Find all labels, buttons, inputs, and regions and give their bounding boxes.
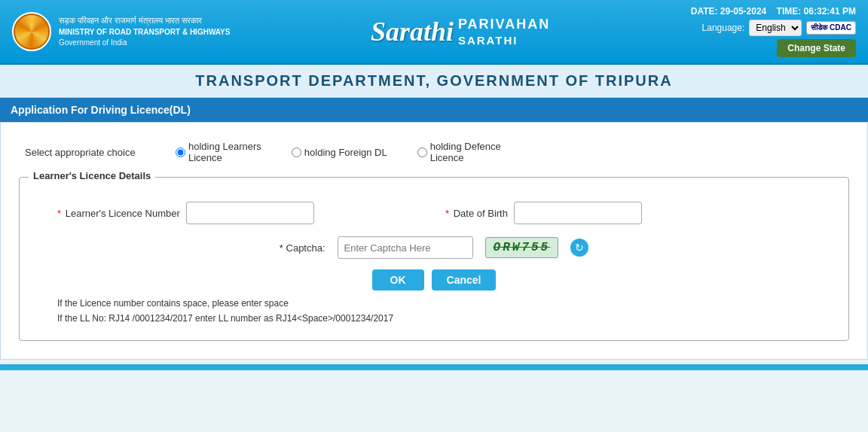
refresh-captcha-button[interactable]: ↻ — [570, 239, 588, 257]
info-text-2: If the LL No: RJ14 /0001234/2017 enter L… — [35, 313, 833, 324]
dept-title-bar: TRANSPORT DEPARTMENT, GOVERNMENT OF TRIP… — [0, 65, 868, 98]
radio-holding-ll-input[interactable] — [176, 148, 185, 157]
ministry-hindi: सड़क परिवहन और राजमार्ग मंत्रालय भारत सर… — [59, 15, 230, 26]
choice-label: Select appropriate choice — [25, 147, 145, 158]
radio-holding-defence-input[interactable] — [417, 148, 427, 157]
language-row: Language: English Hindi सीडेक CDAC — [702, 20, 856, 36]
ll-number-input[interactable] — [186, 202, 314, 224]
ministry-info: सड़क परिवहन और राजमार्ग मंत्रालय भारत सर… — [59, 15, 230, 47]
ll-required-star: * — [57, 208, 61, 219]
date-value: 29-05-2024 — [720, 6, 766, 17]
ll-number-group: * Learner's Licence Number — [57, 202, 423, 224]
ll-dob-row: * Learner's Licence Number * Date of Bir… — [35, 202, 833, 224]
dob-group: * Date of Birth — [445, 202, 811, 224]
govt-label: Government of India — [59, 38, 230, 48]
datetime-display: DATE: 29-05-2024 TIME: 06:32:41 PM — [691, 6, 856, 17]
captcha-row: * Captcha: ORW755 ↻ — [35, 236, 833, 259]
emblem-icon — [12, 12, 51, 51]
language-select[interactable]: English Hindi — [749, 20, 802, 36]
language-label: Language: — [702, 23, 745, 33]
radio-holding-fdl[interactable]: holding Foreign DL — [292, 147, 387, 158]
radio-holding-fdl-input[interactable] — [292, 148, 301, 157]
radio-holding-fdl-label: holding Foreign DL — [304, 147, 387, 158]
learners-licence-fieldset: Learner's Licence Details * Learner's Li… — [19, 177, 849, 341]
header-left: सड़क परिवहन और राजमार्ग मंत्रालय भारत सर… — [12, 12, 230, 51]
time-value: 06:32:41 PM — [804, 6, 856, 17]
ll-number-label: * Learner's Licence Number — [57, 208, 180, 219]
dob-required-star: * — [445, 208, 449, 219]
ministry-english: MINISTRY OF ROAD TRANSPORT & HIGHWAYS — [59, 27, 230, 38]
button-row: OK Cancel — [35, 269, 833, 291]
time-label: TIME: — [777, 6, 802, 17]
header-right: DATE: 29-05-2024 TIME: 06:32:41 PM Langu… — [691, 6, 856, 57]
cancel-button[interactable]: Cancel — [432, 269, 497, 291]
sarathi-label: SARATHI — [458, 33, 550, 48]
dob-label: * Date of Birth — [445, 208, 508, 219]
radio-holding-defence[interactable]: holding DefenceLicence — [417, 141, 501, 163]
info-text-1: If the Licence number contains space, pl… — [35, 298, 833, 309]
header: सड़क परिवहन और राजमार्ग मंत्रालय भारत सर… — [0, 0, 868, 65]
choice-row: Select appropriate choice holding Learne… — [13, 135, 855, 169]
sarathi-brand: PARIVAHAN SARATHI — [458, 16, 550, 48]
cdac-badge: सीडेक CDAC — [806, 21, 856, 35]
captcha-label: * Captcha: — [280, 242, 326, 254]
main-content: Select appropriate choice holding Learne… — [0, 122, 868, 360]
dept-title: TRANSPORT DEPARTMENT, GOVERNMENT OF TRIP… — [8, 72, 860, 90]
footer-bar — [0, 364, 868, 370]
parivahan-label: PARIVAHAN — [458, 16, 550, 33]
section-header: Application For Driving Licence(DL) — [0, 98, 868, 122]
captcha-input[interactable] — [338, 236, 473, 259]
captcha-image: ORW755 — [485, 237, 559, 258]
radio-holding-ll-label: holding LearnersLicence — [188, 141, 261, 163]
change-state-button[interactable]: Change State — [777, 39, 856, 57]
sarathi-script-icon: Sarathi — [371, 16, 454, 47]
ok-button[interactable]: OK — [372, 269, 424, 291]
radio-holding-ll[interactable]: holding LearnersLicence — [176, 141, 261, 163]
fieldset-legend: Learner's Licence Details — [29, 170, 155, 181]
sarathi-logo: Sarathi PARIVAHAN SARATHI — [371, 16, 550, 48]
dob-input[interactable] — [514, 202, 642, 224]
radio-holding-defence-label: holding DefenceLicence — [430, 141, 501, 163]
section-title: Application For Driving Licence(DL) — [11, 104, 191, 116]
date-label: DATE: — [691, 6, 718, 17]
